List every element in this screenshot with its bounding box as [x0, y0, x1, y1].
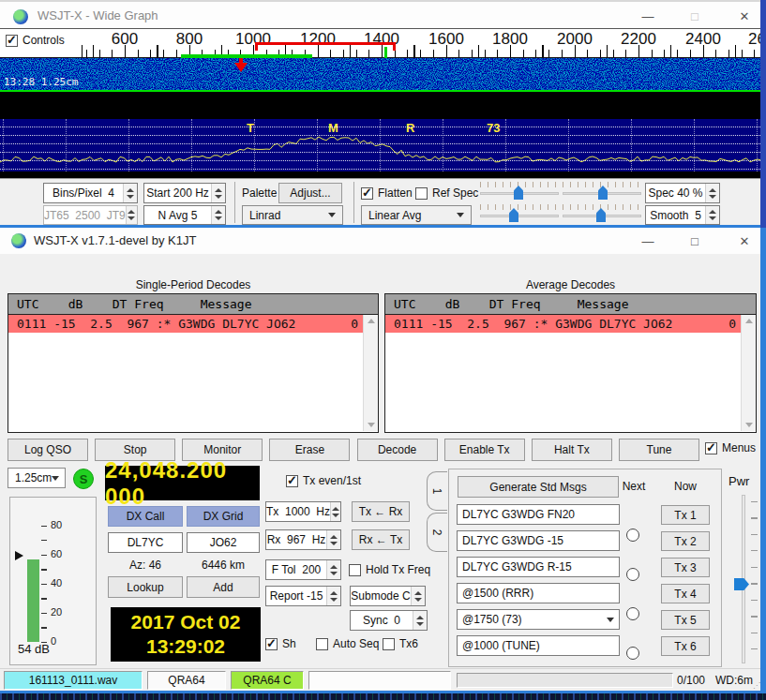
tx6-checkbox[interactable] — [383, 638, 395, 650]
bins-pixel-spinner[interactable]: Bins/Pixel 4 — [43, 183, 138, 203]
spinner-arrows-icon[interactable] — [411, 587, 425, 605]
tx5-message-combo[interactable]: @1750 (73) — [457, 609, 620, 630]
grid-line — [0, 169, 760, 170]
tx3-message-field[interactable]: DL7YC G3WDG R-15 — [457, 557, 620, 577]
sync-spinner[interactable]: Sync 0 — [350, 610, 428, 631]
close-button[interactable]: ✕ — [729, 230, 759, 252]
dx-call-field[interactable]: DL7YC — [108, 532, 183, 553]
adjust-button[interactable]: Adjust... — [278, 183, 342, 203]
enable-tx-button[interactable]: Enable Tx — [444, 439, 525, 461]
add-button[interactable]: Add — [187, 576, 260, 598]
tab-2[interactable]: 2 — [427, 513, 447, 552]
tx3-next-radio[interactable] — [626, 607, 639, 620]
frequency-scale[interactable]: Controls 600 800 1000 1200 1400 1600 180… — [0, 28, 760, 58]
tab-1[interactable]: 1 — [427, 471, 447, 511]
sh-checkbox[interactable] — [265, 638, 278, 650]
minimize-button[interactable]: — — [633, 5, 663, 27]
progress-bar — [457, 673, 673, 688]
erase-button[interactable]: Erase — [269, 439, 350, 461]
tx4-next-radio[interactable] — [626, 647, 639, 660]
tx2-now-button[interactable]: Tx 2 — [661, 531, 710, 551]
tx-freq-spinner[interactable]: Tx 1000 Hz — [265, 501, 341, 522]
window-title: WSJT-X - Wide Graph — [38, 8, 158, 22]
submode-spinner[interactable]: Submode C — [350, 586, 426, 606]
spinner-arrows-icon[interactable] — [211, 184, 225, 202]
avg-mode-dropdown[interactable]: Linear Avg — [361, 205, 472, 225]
slider-handle[interactable] — [598, 186, 608, 200]
waterfall-display[interactable]: 13:28 1.25cm — [0, 58, 760, 92]
report-spinner[interactable]: Report -15 — [265, 586, 341, 606]
controls-label: Controls — [23, 34, 65, 47]
tx1-next-radio[interactable] — [626, 529, 639, 542]
jt65-jt9-spinner[interactable]: JT65 2500 JT9 — [43, 205, 138, 225]
flatten-checkbox[interactable] — [361, 187, 373, 200]
auto-seq-checkbox[interactable] — [316, 638, 328, 650]
resize-grip[interactable]: ⋰ — [753, 684, 758, 690]
maximize-button[interactable]: □ — [680, 230, 710, 252]
tx-from-rx-button[interactable]: Tx ← Rx — [352, 501, 410, 522]
tx1-now-button[interactable]: Tx 1 — [661, 505, 710, 525]
tx-even-checkbox[interactable] — [286, 475, 298, 487]
spinner-arrows-icon[interactable] — [123, 184, 137, 202]
slider-handle[interactable] — [509, 208, 518, 222]
spec-percent-spinner[interactable]: Spec 40 % — [645, 183, 720, 203]
palette-dropdown[interactable]: Linrad — [242, 205, 343, 225]
close-button[interactable]: ✕ — [729, 5, 759, 27]
minimize-button[interactable]: — — [633, 230, 663, 252]
azimuth-label: Az: 46 — [108, 559, 183, 572]
ref-spec-checkbox[interactable] — [415, 187, 428, 200]
gain2-slider[interactable] — [480, 215, 559, 217]
start-hz-spinner[interactable]: Start 200 Hz — [143, 183, 226, 203]
tx3-now-button[interactable]: Tx 3 — [661, 558, 710, 577]
spinner-arrows-icon[interactable] — [705, 206, 719, 224]
tx4-now-button[interactable]: Tx 4 — [661, 584, 710, 603]
controls-checkbox[interactable] — [6, 35, 18, 47]
slider-handle[interactable] — [596, 208, 606, 222]
tx6-message-field[interactable]: @1000 (TUNE) — [457, 635, 620, 656]
main-titlebar[interactable]: WSJT-X v1.7.1-devel by K1JT — □ ✕ — [0, 228, 760, 254]
generate-std-msgs-button[interactable]: Generate Std Msgs — [458, 476, 619, 498]
tab-1-label: 1 — [431, 488, 444, 495]
pwr-slider-ticks — [751, 501, 758, 659]
wide-graph-titlebar[interactable]: WSJT-X - Wide Graph — □ ✕ — [0, 0, 760, 28]
tx5-now-button[interactable]: Tx 5 — [661, 610, 710, 630]
tx6-now-button[interactable]: Tx 6 — [661, 636, 710, 656]
maximize-button[interactable]: □ — [680, 5, 710, 27]
slider-handle[interactable] — [514, 186, 523, 200]
lookup-button[interactable]: Lookup — [108, 576, 183, 598]
dx-grid-field[interactable]: JO62 — [187, 532, 260, 553]
tune-button[interactable]: Tune — [619, 439, 699, 461]
scrollbar[interactable] — [741, 315, 756, 431]
scroll-down-icon[interactable] — [745, 423, 753, 427]
spinner-arrows-icon[interactable] — [413, 611, 427, 630]
smooth-spinner[interactable]: Smooth 5 — [645, 205, 720, 225]
decode-row[interactable]: 0111 -15 2.5 967 :* G3WDG DL7YC JO62 0 — [385, 315, 741, 333]
spinner-arrows-icon[interactable] — [705, 184, 719, 202]
hold-tx-freq-checkbox[interactable] — [349, 564, 361, 576]
rx-freq-spinner[interactable]: Rx 967 Hz — [265, 529, 341, 550]
tx2-next-radio[interactable] — [626, 568, 639, 581]
menus-checkbox[interactable] — [705, 442, 717, 454]
tx2-message-field[interactable]: DL7YC G3WDG -15 — [457, 530, 620, 551]
spinner-arrows-icon[interactable] — [330, 502, 340, 521]
decode-row[interactable]: 0111 -15 2.5 967 :* G3WDG DL7YC JO62 0 — [8, 315, 363, 333]
band-combo[interactable]: 1.25cm — [8, 468, 66, 488]
scrollbar[interactable] — [363, 315, 378, 431]
scroll-up-icon[interactable] — [368, 319, 375, 323]
log-qso-button[interactable]: Log QSO — [8, 439, 88, 461]
scroll-down-icon[interactable] — [368, 423, 375, 427]
rx-from-tx-button[interactable]: Rx ← Tx — [352, 529, 410, 550]
spinner-arrows-icon[interactable] — [126, 206, 137, 224]
spinner-arrows-icon[interactable] — [326, 587, 340, 605]
n-avg-spinner[interactable]: N Avg 5 — [143, 205, 226, 225]
pwr-slider-handle[interactable] — [734, 578, 749, 590]
spinner-arrows-icon[interactable] — [326, 530, 340, 549]
decode-button[interactable]: Decode — [357, 439, 438, 461]
tx4-message-field[interactable]: @1500 (RRR) — [457, 583, 620, 603]
halt-tx-button[interactable]: Halt Tx — [532, 439, 612, 461]
f-tol-spinner[interactable]: F Tol 200 — [265, 559, 341, 580]
tx1-message-field[interactable]: DL7YC G3WDG FN20 — [457, 504, 620, 525]
spinner-arrows-icon[interactable] — [211, 206, 225, 224]
scroll-up-icon[interactable] — [745, 319, 753, 323]
spinner-arrows-icon[interactable] — [326, 560, 340, 579]
